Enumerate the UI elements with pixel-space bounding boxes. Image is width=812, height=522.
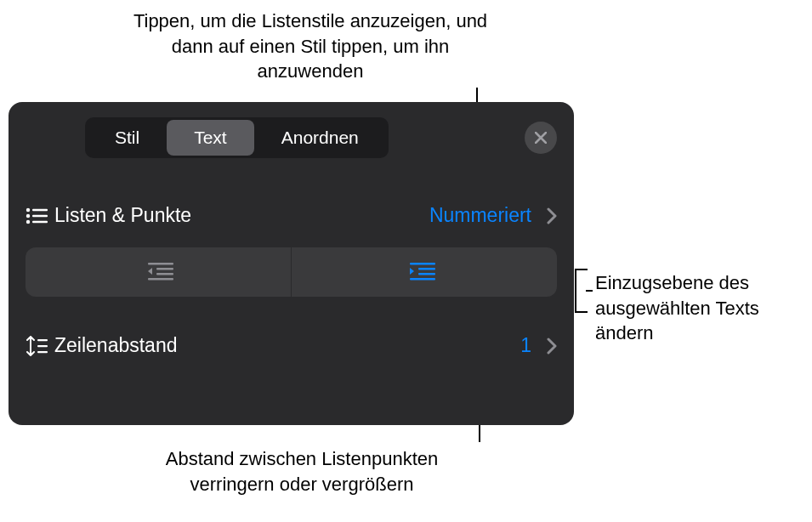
line-spacing-label: Zeilenabstand (54, 334, 520, 357)
svg-rect-1 (32, 208, 48, 210)
svg-point-0 (26, 207, 30, 211)
callout-indent: Einzugsebene des ausgewählten Texts ände… (595, 270, 808, 346)
svg-point-4 (26, 219, 30, 223)
callout-line (575, 269, 588, 270)
format-panel: Stil Text Anordnen Listen & Punkte (9, 102, 574, 425)
lists-bullets-value: Nummeriert (429, 204, 531, 227)
svg-point-2 (26, 213, 30, 217)
line-spacing-row[interactable]: Zeilenabstand 1 (26, 322, 557, 369)
svg-rect-14 (37, 339, 48, 341)
svg-rect-7 (156, 268, 173, 270)
svg-rect-10 (410, 263, 435, 265)
lists-bullets-label: Listen & Punkte (54, 204, 429, 227)
svg-rect-9 (148, 278, 173, 281)
svg-rect-12 (418, 273, 435, 275)
lists-bullets-row[interactable]: Listen & Punkte Nummeriert (26, 192, 557, 239)
close-button[interactable] (525, 122, 557, 154)
close-icon (535, 132, 547, 144)
indent-button-group (26, 247, 557, 297)
svg-rect-15 (37, 345, 48, 347)
bullet-list-icon (26, 207, 54, 224)
outdent-button[interactable] (26, 247, 292, 297)
callout-list-styles: Tippen, um die Listenstile anzuzeigen, u… (128, 9, 493, 84)
svg-rect-3 (32, 214, 48, 216)
svg-rect-8 (156, 273, 173, 275)
line-spacing-value: 1 (520, 334, 531, 357)
chevron-right-icon (547, 338, 557, 355)
svg-rect-5 (32, 220, 48, 222)
indent-button[interactable] (292, 247, 557, 297)
tab-stil[interactable]: Stil (88, 120, 167, 156)
tab-anordnen[interactable]: Anordnen (254, 120, 386, 156)
svg-rect-16 (37, 351, 48, 353)
panel-header: Stil Text Anordnen (26, 117, 557, 158)
indent-icon (407, 261, 441, 283)
callout-line (575, 311, 588, 313)
tab-text[interactable]: Text (167, 120, 254, 156)
outdent-icon (141, 261, 175, 283)
line-spacing-icon (26, 336, 54, 356)
chevron-right-icon (547, 207, 557, 224)
svg-rect-11 (418, 268, 435, 270)
callout-spacing: Abstand zwischen Listenpunkten verringer… (123, 446, 480, 496)
svg-rect-13 (410, 278, 435, 281)
callout-line (575, 269, 576, 313)
segmented-tabs: Stil Text Anordnen (85, 117, 389, 158)
callout-line (586, 290, 593, 292)
svg-rect-6 (148, 263, 173, 265)
